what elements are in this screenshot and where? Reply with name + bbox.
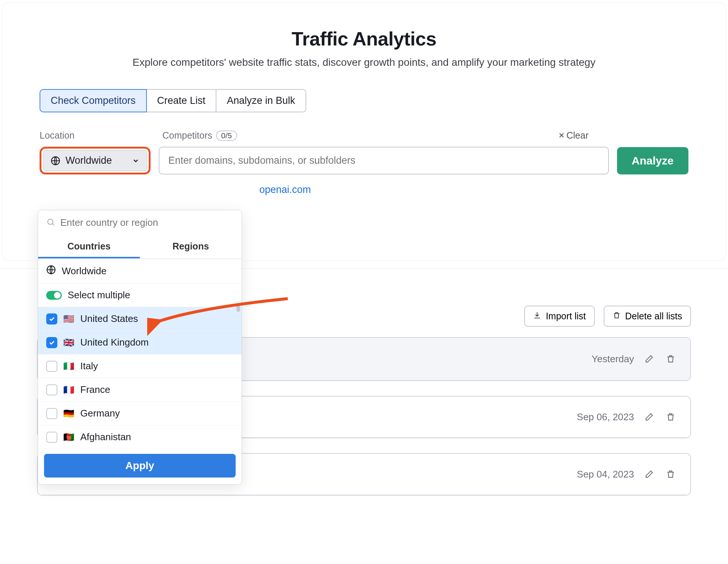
edit-button[interactable]: [643, 468, 655, 480]
tab-analyze-bulk[interactable]: Analyze in Bulk: [216, 89, 306, 112]
option-france[interactable]: 🇫🇷 France: [38, 378, 242, 401]
globe-icon: [46, 265, 56, 277]
close-icon: [558, 130, 565, 141]
apply-button[interactable]: Apply: [44, 454, 236, 478]
option-united-kingdom[interactable]: 🇬🇧 United Kingdom: [38, 330, 242, 354]
location-highlight: Worldwide: [40, 147, 151, 174]
delete-button[interactable]: [664, 353, 677, 365]
option-italy[interactable]: 🇮🇹 Italy: [38, 354, 242, 378]
globe-icon: [51, 156, 60, 166]
labels-row: Location Competitors 0/5 Clear: [40, 130, 688, 141]
country-list[interactable]: Worldwide Select multiple 🇺🇸 United Stat…: [38, 259, 242, 449]
suggestion-link[interactable]: openai.com: [259, 184, 688, 196]
import-list-button[interactable]: Import list: [524, 306, 594, 327]
flag-icon: 🇦🇫: [63, 432, 74, 442]
list-date: Yesterday: [592, 353, 634, 365]
delete-button[interactable]: [664, 468, 677, 480]
analyze-button[interactable]: Analyze: [617, 147, 688, 174]
option-germany[interactable]: 🇩🇪 Germany: [38, 401, 242, 425]
competitors-label: Competitors: [162, 130, 212, 141]
checkbox-icon: [46, 313, 57, 325]
mode-tabs: Check Competitors Create List Analyze in…: [40, 89, 688, 112]
list-date: Sep 04, 2023: [577, 469, 634, 480]
flag-icon: 🇫🇷: [63, 385, 74, 395]
tab-create-list[interactable]: Create List: [146, 89, 217, 112]
select-multiple-toggle-row[interactable]: Select multiple: [38, 283, 242, 307]
location-dropdown-panel: Countries Regions Worldwide Select multi…: [38, 210, 242, 485]
scrollbar-thumb[interactable]: [236, 305, 240, 312]
competitors-input[interactable]: [159, 147, 609, 174]
flag-icon: 🇬🇧: [63, 337, 74, 348]
controls-row: Worldwide Analyze: [40, 147, 688, 174]
edit-button[interactable]: [643, 411, 655, 423]
page-subtitle: Explore competitors' website traffic sta…: [40, 57, 688, 68]
edit-button[interactable]: [643, 353, 655, 365]
tab-check-competitors[interactable]: Check Competitors: [40, 89, 147, 112]
chevron-down-icon: [132, 157, 139, 164]
flag-icon: 🇮🇹: [63, 361, 74, 371]
checkbox-icon: [46, 432, 57, 443]
download-icon: [533, 311, 541, 322]
country-search-input[interactable]: [60, 217, 233, 228]
dropdown-tab-regions[interactable]: Regions: [140, 235, 242, 258]
dropdown-tab-countries[interactable]: Countries: [38, 235, 140, 258]
flag-icon: 🇺🇸: [63, 314, 74, 324]
toggle-icon: [46, 291, 62, 300]
checkbox-icon: [46, 337, 57, 348]
clear-button[interactable]: Clear: [558, 130, 589, 141]
trash-icon: [613, 311, 621, 322]
checkbox-icon: [46, 384, 57, 395]
flag-icon: 🇩🇪: [63, 408, 74, 419]
location-label: Location: [40, 130, 162, 141]
location-button-label: Worldwide: [65, 155, 112, 166]
option-afghanistan[interactable]: 🇦🇫 Afghanistan: [38, 425, 242, 449]
competitors-count-badge: 0/5: [216, 130, 237, 141]
location-dropdown-button[interactable]: Worldwide: [43, 150, 147, 171]
delete-button[interactable]: [664, 411, 677, 423]
search-icon: [46, 218, 55, 228]
checkbox-icon: [46, 408, 57, 419]
checkbox-icon: [46, 361, 57, 372]
page-title: Traffic Analytics: [40, 28, 688, 50]
svg-point-1: [48, 219, 53, 224]
option-worldwide[interactable]: Worldwide: [38, 259, 242, 283]
delete-all-lists-button[interactable]: Delete all lists: [604, 306, 691, 327]
option-united-states[interactable]: 🇺🇸 United States: [38, 307, 242, 330]
list-date: Sep 06, 2023: [577, 411, 634, 423]
